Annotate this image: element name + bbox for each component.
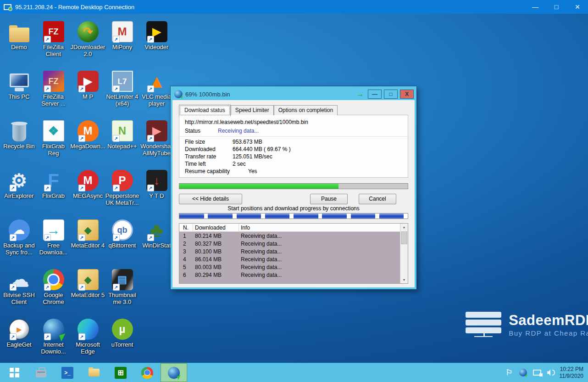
connection-cell: Receiving data... bbox=[239, 241, 408, 247]
column-header-downloaded[interactable]: Downloaded bbox=[193, 224, 239, 231]
desktop-icon-filezilla-server[interactable]: FZ↗FileZillaServer ... bbox=[36, 66, 71, 116]
desktop-icon-metaeditor-5[interactable]: ◆↗MetaEditor 5 bbox=[71, 264, 105, 314]
connection-cell: 2 bbox=[179, 241, 193, 247]
connection-row[interactable]: 280.327 MBReceiving data... bbox=[179, 240, 408, 247]
desktop-icon-ytd[interactable]: ↓↗Y T D bbox=[139, 165, 174, 215]
dialog-titlebar[interactable]: 69% 1000mb.bin → — □ X bbox=[172, 88, 415, 100]
desktop-icon-demo[interactable]: Demo bbox=[2, 17, 36, 66]
dialog-close-button[interactable]: X bbox=[400, 90, 414, 99]
connection-row[interactable]: 486.014 MBReceiving data... bbox=[179, 255, 408, 263]
shortcut-arrow-icon: ↗ bbox=[78, 185, 85, 191]
desktop-icon-free-download-manager[interactable]: →↗FreeDownloa... bbox=[36, 215, 71, 264]
desktop-icon-qbittorrent[interactable]: qb↗qBittorrent bbox=[105, 215, 139, 264]
connections-table-body: 180.214 MBReceiving data...280.327 MBRec… bbox=[179, 232, 408, 279]
desktop-icon-microsoft-edge[interactable]: ↗MicrosoftEdge bbox=[71, 314, 105, 363]
desktop-icon-eagleget[interactable]: ▸↗EagleGet bbox=[2, 314, 36, 363]
resume-capability-value: Yes bbox=[248, 168, 257, 175]
desktop-icon-label: Notepad++ bbox=[107, 143, 137, 150]
start-icon bbox=[10, 368, 19, 377]
window-maximize-button[interactable]: □ bbox=[546, 0, 567, 14]
tray-network-icon[interactable] bbox=[533, 370, 541, 376]
desktop-icon-label: GoogleChrome bbox=[43, 292, 64, 305]
table-scrollbar[interactable]: ▲ ▼ bbox=[400, 224, 408, 283]
scrollbar-thumb[interactable] bbox=[401, 231, 407, 244]
taskbar-items: >_⊞ bbox=[1, 363, 187, 382]
connection-row[interactable]: 180.214 MBReceiving data... bbox=[179, 232, 408, 240]
drop-target-arrow-icon[interactable]: → bbox=[356, 90, 366, 98]
desktop-icon-megasync[interactable]: M↗MEGAsync bbox=[71, 165, 105, 215]
window-controls: — □ × bbox=[525, 0, 588, 14]
desktop-icon-flixgrab-reg[interactable]: ❖FlixGrab Reg bbox=[36, 116, 71, 165]
column-header-info[interactable]: Info bbox=[239, 224, 408, 231]
desktop-icon-pepperstone[interactable]: P↗PepperstoneUK MetaTr... bbox=[105, 165, 139, 215]
cancel-button[interactable]: Cancel bbox=[359, 194, 396, 204]
window-close-button[interactable]: × bbox=[567, 0, 588, 14]
window-minimize-button[interactable]: — bbox=[525, 0, 546, 14]
dialog-minimize-button[interactable]: — bbox=[368, 90, 382, 99]
connection-segment bbox=[179, 213, 208, 219]
desktop-icon-flixgrab[interactable]: F↗FlixGrab bbox=[36, 165, 71, 215]
desktop-icon-bitvise-ssh[interactable]: ☁↗Bitvise SSHClient bbox=[2, 264, 36, 314]
connection-row[interactable]: 380.100 MBReceiving data... bbox=[179, 247, 408, 255]
connection-cell: Receiving data... bbox=[239, 272, 408, 278]
desktop-icon-this-pc[interactable]: This PC bbox=[2, 66, 36, 116]
desktop-icon-mp-player[interactable]: ▶↗M P bbox=[71, 66, 105, 116]
desktop-icon-megadownloader[interactable]: M↗MegaDown... bbox=[71, 116, 105, 165]
desktop-icon-allmytube[interactable]: ▶↗WondersharAllMyTube bbox=[139, 116, 174, 165]
desktop-icon-jdownloader[interactable]: ↷JDownloader2.0 bbox=[71, 17, 105, 66]
desktop-icon-utorrent[interactable]: µuTorrent bbox=[105, 314, 139, 363]
shortcut-arrow-icon: ↗ bbox=[113, 36, 120, 43]
tab-speed-limiter[interactable]: Speed Limiter bbox=[231, 105, 274, 115]
desktop-icon-label: Thumbnailme 3.0 bbox=[108, 292, 136, 305]
flixgrab-reg-icon: ❖ bbox=[43, 120, 64, 141]
connection-row[interactable]: 680.294 MBReceiving data... bbox=[179, 271, 408, 279]
desktop-icon-windirstat[interactable]: ♣↗WinDirStat bbox=[139, 215, 174, 264]
scroll-down-button[interactable]: ▼ bbox=[400, 276, 408, 283]
desktop-icon-filezilla-client[interactable]: FZ↗FileZillaClient bbox=[36, 17, 71, 66]
desktop-icon-thumbnail-me[interactable]: ▤↗Thumbnailme 3.0 bbox=[105, 264, 139, 314]
demo-icon bbox=[9, 28, 29, 42]
hide-details-button[interactable]: << Hide details bbox=[179, 194, 242, 204]
connection-row[interactable]: 580.003 MBReceiving data... bbox=[179, 263, 408, 271]
taskbar-clock[interactable]: 10:22 PM 11/9/2020 bbox=[560, 366, 588, 380]
tray-idm-icon[interactable] bbox=[519, 369, 527, 376]
taskbar-file-explorer-button[interactable] bbox=[81, 363, 107, 382]
dialog-body: Download status Speed Limiter Options on… bbox=[172, 100, 415, 287]
shortcut-arrow-icon: ↗ bbox=[147, 135, 154, 142]
taskbar-idm-button[interactable] bbox=[161, 363, 187, 382]
tab-download-status[interactable]: Download status bbox=[179, 105, 231, 116]
desktop-icon-recycle-bin[interactable]: Recycle Bin bbox=[2, 116, 36, 165]
desktop-icon-label: VLC mediaplayer bbox=[142, 93, 171, 107]
scroll-up-button[interactable]: ▲ bbox=[400, 224, 408, 230]
dialog-maximize-button[interactable]: □ bbox=[384, 90, 398, 99]
pause-button[interactable]: Pause bbox=[310, 194, 348, 204]
resume-capability-label: Resume capability bbox=[185, 168, 233, 175]
tray-action-center-flag-icon[interactable]: ⚐ bbox=[505, 369, 513, 376]
column-header-n[interactable]: N. bbox=[179, 224, 193, 231]
desktop-icon-google-chrome[interactable]: ↗GoogleChrome bbox=[36, 264, 71, 314]
shortcut-arrow-icon: ↗ bbox=[78, 284, 85, 291]
rdp-titlebar[interactable]: 95.211.208.24 - Remote Desktop Connectio… bbox=[0, 0, 588, 14]
brand-name: SadeemRDP bbox=[509, 312, 588, 329]
desktop-icon-netlimiter[interactable]: L7↗NetLimiter 4(x64) bbox=[105, 66, 139, 116]
taskbar-powershell-button[interactable]: >_ bbox=[54, 363, 81, 382]
desktop-icon-notepad-pp[interactable]: N↗Notepad++ bbox=[105, 116, 139, 165]
desktop-icon-label: uTorrent bbox=[111, 341, 133, 348]
desktop-icon-backup-sync[interactable]: ☁↗Backup andSync fro... bbox=[2, 215, 36, 264]
taskbar-chrome-button[interactable] bbox=[134, 363, 161, 382]
desktop-icon-metaeditor-4[interactable]: ◆↗MetaEditor 4 bbox=[71, 215, 105, 264]
shortcut-arrow-icon: ↗ bbox=[113, 85, 120, 92]
shortcut-arrow-icon: ↗ bbox=[147, 234, 154, 241]
desktop-icon-airexplorer[interactable]: ⚙↗AirExplorer bbox=[2, 165, 36, 215]
shortcut-arrow-icon: ↗ bbox=[44, 284, 51, 291]
taskbar-server-manager-button[interactable] bbox=[28, 363, 54, 382]
desktop-icon-vlc[interactable]: ▲↗VLC mediaplayer bbox=[139, 66, 174, 116]
tab-options-on-completion[interactable]: Options on completion bbox=[274, 105, 338, 115]
desktop-icon-mipony[interactable]: M↗MiPony bbox=[105, 17, 139, 66]
desktop-icon-videoder[interactable]: ▶↗Videoder bbox=[139, 17, 174, 66]
taskbar-store-button[interactable]: ⊞ bbox=[107, 363, 134, 382]
tray-volume-icon[interactable] bbox=[547, 369, 555, 376]
connection-cell: 80.214 MB bbox=[193, 233, 239, 239]
desktop-icon-internet-download-manager[interactable]: ↗InternetDownlo... bbox=[36, 314, 71, 363]
start-button[interactable] bbox=[1, 363, 28, 382]
